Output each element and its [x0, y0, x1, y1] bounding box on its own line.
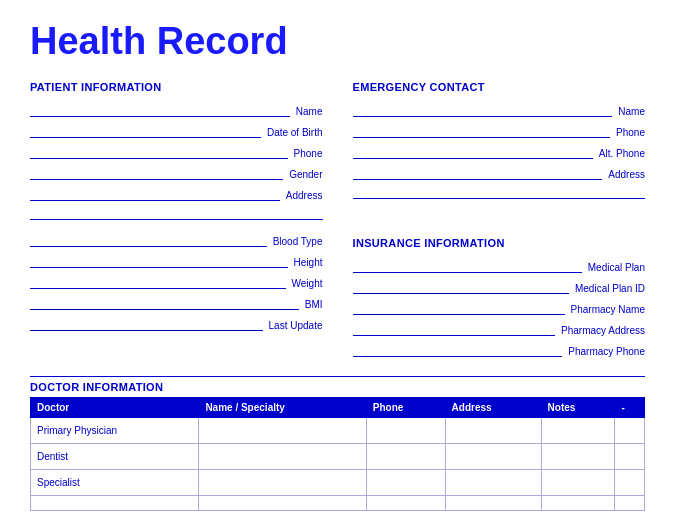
patient-address-line2[interactable]	[30, 206, 323, 220]
emergency-phone-field: Phone	[353, 124, 646, 138]
vitals-bmi-field: BMI	[30, 296, 323, 310]
insurance-pharmname-field: Pharmacy Name	[353, 301, 646, 315]
vitals-bloodtype-field: Blood Type	[30, 233, 323, 247]
doctor-type-cell: Specialist	[31, 470, 199, 496]
vitals-weight-line[interactable]	[30, 275, 286, 289]
emergency-address-line1[interactable]	[353, 166, 603, 180]
doctor-data-cell	[366, 470, 445, 496]
doctor-type-cell: Dentist	[31, 444, 199, 470]
doctor-data-cell	[366, 444, 445, 470]
doctor-data-cell	[366, 496, 445, 511]
patient-gender-field: Gender	[30, 166, 323, 180]
vitals-lastupdate-label: Last Update	[269, 320, 323, 331]
doctor-data-cell	[199, 444, 366, 470]
insurance-pharmname-label: Pharmacy Name	[571, 304, 645, 315]
patient-address-field: Address	[30, 187, 323, 220]
vitals-bmi-line[interactable]	[30, 296, 299, 310]
vitals-bmi-label: BMI	[305, 299, 323, 310]
doctor-data-cell	[541, 418, 615, 444]
insurance-medplan-line[interactable]	[353, 259, 582, 273]
vitals-bloodtype-line[interactable]	[30, 233, 267, 247]
doctor-type-cell: Primary Physician	[31, 418, 199, 444]
doctor-data-cell	[445, 496, 541, 511]
patient-info-heading: PATIENT INFORMATION	[30, 81, 323, 93]
insurance-pharmphone-field: Pharmacy Phone	[353, 343, 646, 357]
col-address: Address	[445, 398, 541, 418]
emergency-contact-heading: EMERGENCY CONTACT	[353, 81, 646, 93]
doctor-data-cell	[445, 418, 541, 444]
doctor-data-cell	[199, 496, 366, 511]
emergency-altphone-line[interactable]	[353, 145, 593, 159]
emergency-phone-line[interactable]	[353, 124, 611, 138]
doctor-data-cell	[366, 418, 445, 444]
patient-dob-label: Date of Birth	[267, 127, 323, 138]
patient-name-line[interactable]	[30, 103, 290, 117]
vitals-bloodtype-label: Blood Type	[273, 236, 323, 247]
emergency-name-label: Name	[618, 106, 645, 117]
doctor-table-header-row: Doctor Name / Specialty Phone Address No…	[31, 398, 645, 418]
col-extra: -	[615, 398, 645, 418]
emergency-altphone-label: Alt. Phone	[599, 148, 645, 159]
vitals-height-field: Height	[30, 254, 323, 268]
doctor-data-cell	[615, 418, 645, 444]
patient-dob-line[interactable]	[30, 124, 261, 138]
emergency-altphone-field: Alt. Phone	[353, 145, 646, 159]
doctor-data-cell	[541, 470, 615, 496]
insurance-medplanid-label: Medical Plan ID	[575, 283, 645, 294]
patient-address-line1[interactable]	[30, 187, 280, 201]
vitals-height-line[interactable]	[30, 254, 288, 268]
doctor-type-cell	[31, 496, 199, 511]
vitals-weight-field: Weight	[30, 275, 323, 289]
col-doctor: Doctor	[31, 398, 199, 418]
doctor-data-cell	[445, 470, 541, 496]
insurance-pharmaddr-label: Pharmacy Address	[561, 325, 645, 336]
col-name-specialty: Name / Specialty	[199, 398, 366, 418]
table-row: Primary Physician	[31, 418, 645, 444]
doctor-data-cell	[541, 496, 615, 511]
vitals-lastupdate-line[interactable]	[30, 317, 263, 331]
doctor-table: Doctor Name / Specialty Phone Address No…	[30, 397, 645, 511]
doctor-data-cell	[199, 470, 366, 496]
col-notes: Notes	[541, 398, 615, 418]
emergency-phone-label: Phone	[616, 127, 645, 138]
insurance-pharmphone-label: Pharmacy Phone	[568, 346, 645, 357]
doctor-data-cell	[615, 444, 645, 470]
patient-name-label: Name	[296, 106, 323, 117]
emergency-address-line2[interactable]	[353, 185, 646, 199]
insurance-pharmaddr-line[interactable]	[353, 322, 556, 336]
insurance-heading: INSURANCE INFORMATION	[353, 237, 646, 249]
insurance-medplanid-field: Medical Plan ID	[353, 280, 646, 294]
patient-phone-label: Phone	[294, 148, 323, 159]
patient-phone-line[interactable]	[30, 145, 288, 159]
vitals-height-label: Height	[294, 257, 323, 268]
emergency-name-field: Name	[353, 103, 646, 117]
insurance-pharmaddr-field: Pharmacy Address	[353, 322, 646, 336]
patient-phone-field: Phone	[30, 145, 323, 159]
insurance-pharmname-line[interactable]	[353, 301, 565, 315]
doctor-data-cell	[541, 444, 615, 470]
doctor-data-cell	[445, 444, 541, 470]
vitals-weight-label: Weight	[292, 278, 323, 289]
patient-name-field: Name	[30, 103, 323, 117]
page-title: Health Record	[30, 20, 645, 63]
table-row: Dentist	[31, 444, 645, 470]
table-row	[31, 496, 645, 511]
vitals-lastupdate-field: Last Update	[30, 317, 323, 331]
doctor-data-cell	[615, 470, 645, 496]
doctor-section: DOCTOR INFORMATION Doctor Name / Special…	[30, 376, 645, 511]
table-row: Specialist	[31, 470, 645, 496]
doctor-data-cell	[199, 418, 366, 444]
patient-address-label: Address	[286, 190, 323, 201]
emergency-name-line[interactable]	[353, 103, 613, 117]
insurance-pharmphone-line[interactable]	[353, 343, 563, 357]
patient-dob-field: Date of Birth	[30, 124, 323, 138]
emergency-address-label: Address	[608, 169, 645, 180]
insurance-medplan-label: Medical Plan	[588, 262, 645, 273]
insurance-medplanid-line[interactable]	[353, 280, 569, 294]
patient-gender-label: Gender	[289, 169, 322, 180]
insurance-medplan-field: Medical Plan	[353, 259, 646, 273]
doctor-info-heading: DOCTOR INFORMATION	[30, 381, 645, 393]
patient-gender-line[interactable]	[30, 166, 283, 180]
emergency-address-field: Address	[353, 166, 646, 199]
col-phone: Phone	[366, 398, 445, 418]
